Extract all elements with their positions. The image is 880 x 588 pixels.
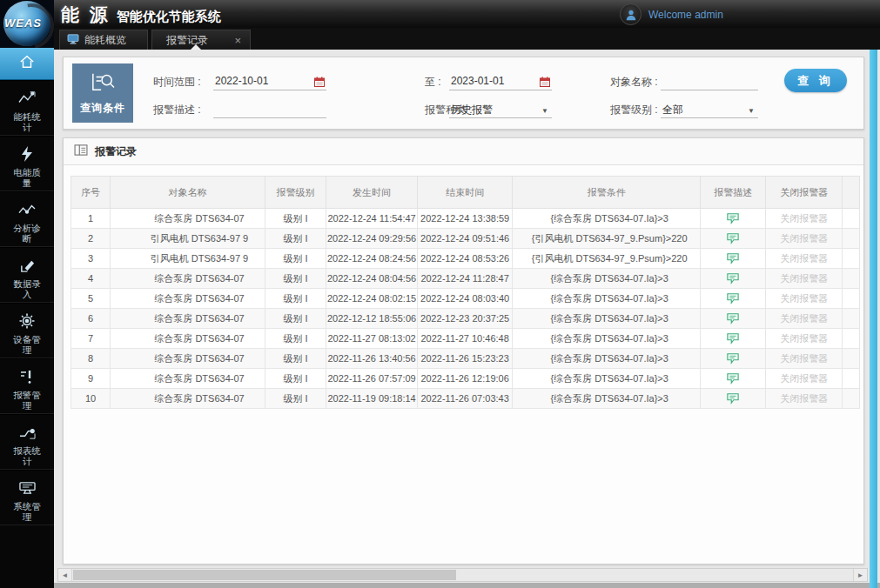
sidebar-item-2[interactable]: 电能质量 [0, 136, 54, 191]
comment-bubble-icon[interactable] [726, 332, 740, 344]
sidebar-item-1[interactable]: 能耗统计 [0, 80, 54, 136]
alarm-level-select[interactable]: 全部 ▼ [661, 103, 758, 118]
start-time-cell: 2022-12-24 08:24:56 [326, 249, 418, 269]
app-title-rest: 智能优化节能系统 [117, 9, 221, 25]
object-name-input[interactable] [661, 75, 758, 90]
alarm-level-cell: 级别 I [265, 289, 326, 309]
alarm-type-select[interactable]: 历史报警 ▼ [449, 103, 552, 118]
table-row: 5综合泵房 DTS634-07级别 I2022-12-24 08:02:1520… [71, 289, 860, 309]
home-icon [18, 54, 36, 73]
chevron-down-icon: ▼ [748, 107, 755, 115]
date-from-input[interactable]: 2022-10-01 [213, 75, 326, 90]
object-name-cell: 综合泵房 DTS634-07 [111, 329, 265, 349]
sidebar-items: 能耗统计电能质量分析诊断数据录入设备管理报警管理报表统计系统管理 [0, 80, 54, 525]
sidebar-item-7[interactable]: 报表统计 [0, 414, 54, 470]
close-tab-icon[interactable]: × [234, 35, 241, 46]
alarm-description-cell [701, 329, 766, 349]
diagnose-chart-icon [17, 199, 37, 220]
app-window: 能 源 智能优化节能系统 Welcome admin 能耗概览 报警记录 × W… [0, 0, 880, 588]
comment-bubble-icon[interactable] [726, 252, 740, 264]
sidebar-item-label: 报表统计 [10, 445, 44, 466]
sidebar-item-label: 设备管理 [10, 334, 44, 355]
close-alarm-link[interactable]: 关闭报警器 [780, 233, 828, 244]
comment-bubble-icon[interactable] [726, 272, 740, 284]
close-alarm-link[interactable]: 关闭报警器 [780, 393, 828, 404]
sidebar-item-5[interactable]: 设备管理 [0, 303, 54, 358]
sidebar-item-8[interactable]: 系统管理 [0, 470, 54, 525]
table-header-row: 序号对象名称报警级别发生时间结束时间报警条件报警描述关闭报警器 [71, 177, 860, 209]
alarm-level-cell: 级别 I [265, 369, 326, 389]
column-header [843, 177, 860, 209]
end-time-cell: 2022-12-24 08:03:40 [418, 289, 513, 309]
alarm-description-cell [701, 369, 766, 389]
table-row: 10综合泵房 DTS634-07级别 I2022-11-19 09:18:142… [71, 389, 860, 409]
spacer-cell [843, 289, 860, 309]
alarm-level-cell: 级别 I [265, 209, 326, 229]
alarm-condition-cell: {综合泵房 DTS634-07.Ia}>3 [513, 289, 701, 309]
scrollbar-thumb[interactable] [73, 570, 456, 580]
close-alarm-cell: 关闭报警器 [766, 389, 843, 409]
search-button[interactable]: 查 询 [784, 69, 847, 92]
close-alarm-link[interactable]: 关闭报警器 [780, 273, 828, 284]
alarm-level-cell: 级别 I [265, 389, 326, 409]
sidebar-item-3[interactable]: 分析诊断 [0, 191, 54, 247]
date-to-value: 2023-01-01 [451, 75, 504, 87]
vertical-scrollbar[interactable] [870, 50, 877, 588]
comment-bubble-icon[interactable] [726, 212, 740, 224]
start-time-cell: 2022-11-19 09:18:14 [326, 389, 418, 409]
close-alarm-link[interactable]: 关闭报警器 [780, 333, 828, 344]
object-name-cell: 引风电机 DTS634-97 9 [111, 249, 265, 269]
scroll-left-arrow-icon[interactable]: ◄ [58, 569, 72, 581]
comment-bubble-icon[interactable] [726, 372, 740, 384]
row-number: 7 [71, 329, 111, 349]
alarm-description-cell [701, 249, 766, 269]
alarm-desc-input[interactable] [213, 103, 326, 118]
close-alarm-link[interactable]: 关闭报警器 [780, 353, 828, 364]
date-to-input[interactable]: 2023-01-01 [449, 75, 552, 90]
spacer-cell [843, 369, 860, 389]
tab-alarm-records[interactable]: 报警记录 × [151, 30, 251, 50]
close-alarm-cell: 关闭报警器 [766, 229, 843, 249]
close-alarm-link[interactable]: 关闭报警器 [780, 313, 828, 324]
sidebar-item-label: 系统管理 [10, 501, 44, 522]
object-name-cell: 综合泵房 DTS634-07 [111, 309, 265, 329]
chevron-down-icon: ▼ [541, 107, 548, 115]
date-from-value: 2022-10-01 [215, 75, 268, 87]
calendar-icon[interactable] [540, 77, 550, 90]
query-conditions-label: 查询条件 [80, 101, 125, 116]
column-header: 对象名称 [111, 177, 265, 209]
comment-bubble-icon[interactable] [726, 232, 740, 244]
sidebar-item-home[interactable] [0, 48, 54, 80]
scroll-right-arrow-icon[interactable]: ► [853, 569, 867, 581]
calendar-icon[interactable] [314, 77, 325, 90]
sidebar-item-4[interactable]: 数据录入 [0, 247, 54, 303]
sidebar-item-label: 分析诊断 [10, 223, 44, 244]
end-time-cell: 2022-12-24 09:51:46 [418, 229, 513, 249]
alarm-condition-cell: {综合泵房 DTS634-07.Ia}>3 [513, 209, 701, 229]
close-alarm-cell: 关闭报警器 [766, 209, 843, 229]
comment-bubble-icon[interactable] [726, 392, 740, 404]
close-alarm-link[interactable]: 关闭报警器 [780, 293, 828, 304]
sidebar-item-6[interactable]: 报警管理 [0, 358, 54, 414]
close-alarm-link[interactable]: 关闭报警器 [780, 213, 828, 224]
column-header: 发生时间 [326, 177, 418, 209]
spacer-cell [843, 349, 860, 369]
alarm-condition-cell: {引风电机 DTS634-97_9.Psum}>220 [513, 249, 701, 269]
gear-icon [18, 311, 36, 331]
horizontal-scrollbar[interactable]: ◄ ► [57, 568, 868, 582]
alarm-condition-cell: {综合泵房 DTS634-07.Ia}>3 [513, 349, 701, 369]
row-number: 6 [71, 309, 111, 329]
close-alarm-link[interactable]: 关闭报警器 [780, 253, 828, 264]
alarm-condition-cell: {综合泵房 DTS634-07.Ia}>3 [513, 329, 701, 349]
app-title: 能 源 智能优化节能系统 [61, 3, 221, 27]
spacer-cell [843, 209, 860, 229]
tab-energy-overview[interactable]: 能耗概览 [59, 30, 148, 50]
comment-bubble-icon[interactable] [726, 352, 740, 364]
report-icon [18, 422, 37, 443]
weas-logo: WEAS [0, 0, 54, 48]
comment-bubble-icon[interactable] [726, 292, 740, 304]
spacer-cell [843, 309, 860, 329]
comment-bubble-icon[interactable] [726, 312, 740, 324]
close-alarm-link[interactable]: 关闭报警器 [780, 373, 828, 384]
start-time-cell: 2022-11-26 13:40:56 [326, 349, 418, 369]
